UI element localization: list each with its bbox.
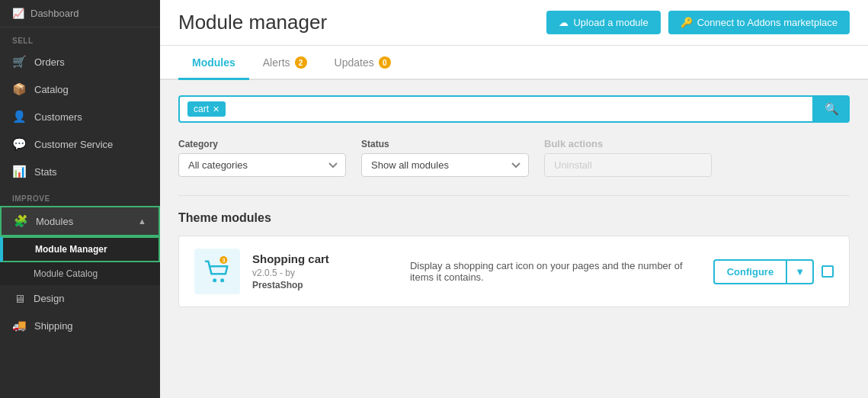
sidebar-item-customer-service[interactable]: 💬 Customer Service: [0, 130, 160, 158]
bulk-actions-select[interactable]: Uninstall: [544, 153, 712, 177]
header-buttons: ☁ Upload a module 🔑 Connect to Addons ma…: [546, 11, 850, 34]
key-icon: 🔑: [681, 17, 693, 28]
stats-label: Stats: [34, 166, 57, 178]
sidebar-item-design[interactable]: 🖥 Design: [0, 285, 160, 312]
sidebar-section-sell: SELL 🛒 Orders 📦 Catalog 👤 Customers 💬 Cu…: [0, 27, 160, 185]
configure-dropdown-button[interactable]: ▼: [787, 259, 814, 284]
sidebar-item-customers[interactable]: 👤 Customers: [0, 103, 160, 130]
search-input[interactable]: [232, 104, 805, 115]
connect-addons-button[interactable]: 🔑 Connect to Addons marketplace: [668, 11, 850, 34]
search-icon: 🔍: [825, 102, 839, 115]
version-text: v2.0.5 - by: [252, 268, 295, 278]
modules-label: Modules: [36, 216, 73, 227]
modules-submenu: Module Manager Module Catalog: [0, 236, 160, 285]
module-icon-wrapper: 3: [194, 249, 240, 294]
svg-point-3: [220, 278, 224, 282]
alerts-badge: 2: [295, 56, 307, 69]
svg-text:3: 3: [223, 258, 226, 263]
main-content: Module manager ☁ Upload a module 🔑 Conne…: [160, 0, 868, 398]
shipping-label: Shipping: [34, 320, 73, 332]
upload-label: Upload a module: [573, 17, 648, 28]
improve-section-label: IMPROVE: [0, 185, 160, 206]
tabs-bar: Modules Alerts 2 Updates 0: [160, 46, 868, 80]
filters-row: Category All categories Status Show all …: [178, 138, 850, 177]
catalog-icon: 📦: [12, 82, 27, 96]
module-actions: Configure ▼: [713, 259, 834, 284]
status-select[interactable]: Show all modules: [361, 153, 529, 177]
tag-close-button[interactable]: ✕: [213, 104, 219, 114]
chevron-up-icon: ▲: [138, 217, 146, 226]
updates-badge: 0: [379, 56, 391, 69]
svg-point-2: [213, 278, 216, 282]
module-description: Display a shopping cart icon on your pag…: [410, 260, 701, 283]
module-checkbox[interactable]: [822, 265, 834, 278]
customer-service-label: Customer Service: [34, 139, 113, 150]
module-card-shopping-cart: 3 Shopping cart v2.0.5 - by PrestaShop D…: [178, 236, 850, 307]
category-label: Category: [178, 139, 346, 149]
upload-icon: ☁: [559, 17, 569, 28]
tab-updates[interactable]: Updates 0: [321, 46, 405, 80]
theme-modules-section: Theme modules 3 Shopping cart v2.0.5 -: [178, 211, 850, 307]
orders-icon: 🛒: [12, 55, 27, 69]
dashboard-label: Dashboard: [30, 8, 79, 19]
search-tag-cart: cart ✕: [187, 101, 226, 117]
sidebar-section-improve: IMPROVE 🧩 Modules ▲ Module Manager Modul…: [0, 185, 160, 339]
orders-label: Orders: [34, 56, 65, 68]
subitem-module-manager[interactable]: Module Manager: [0, 236, 160, 262]
module-by: PrestaShop: [252, 280, 398, 290]
catalog-label: Catalog: [34, 84, 69, 95]
sidebar-item-catalog[interactable]: 📦 Catalog: [0, 75, 160, 103]
sidebar-dashboard[interactable]: 📈 Dashboard: [0, 0, 160, 27]
customers-icon: 👤: [12, 110, 27, 124]
sidebar-item-shipping[interactable]: 🚚 Shipping: [0, 312, 160, 339]
page-title: Module manager: [178, 11, 327, 34]
sidebar-item-stats[interactable]: 📊 Stats: [0, 158, 160, 185]
sell-section-label: SELL: [0, 27, 160, 48]
shopping-cart-icon: 3: [202, 256, 232, 287]
module-catalog-label: Module Catalog: [34, 268, 98, 279]
module-manager-label: Module Manager: [35, 244, 107, 255]
stats-icon: 📊: [12, 165, 27, 178]
status-filter-group: Status Show all modules: [361, 139, 529, 177]
shipping-icon: 🚚: [12, 319, 27, 332]
sidebar: 📈 Dashboard SELL 🛒 Orders 📦 Catalog 👤 Cu…: [0, 0, 160, 398]
modules-icon: 🧩: [14, 214, 28, 228]
tab-modules-label: Modules: [192, 56, 235, 69]
subitem-module-catalog[interactable]: Module Catalog: [0, 262, 160, 285]
bulk-actions-label: Bulk actions: [544, 138, 712, 149]
customers-label: Customers: [34, 111, 82, 123]
search-button[interactable]: 🔍: [814, 95, 850, 123]
category-select[interactable]: All categories: [178, 153, 346, 177]
search-row: cart ✕ 🔍: [178, 95, 850, 123]
tab-alerts[interactable]: Alerts 2: [249, 46, 321, 80]
section-divider: [178, 195, 850, 196]
category-filter-group: Category All categories: [178, 139, 346, 177]
dashboard-icon: 📈: [12, 8, 24, 19]
tab-updates-label: Updates: [335, 56, 374, 69]
status-label: Status: [361, 139, 529, 149]
tag-cart-label: cart: [194, 104, 209, 114]
module-name: Shopping cart: [252, 252, 398, 265]
bulk-actions-group: Bulk actions Uninstall: [544, 138, 712, 177]
search-container: cart ✕: [178, 95, 814, 123]
content-area: cart ✕ 🔍 Category All categories Status …: [160, 80, 868, 398]
theme-modules-title: Theme modules: [178, 211, 850, 225]
customer-service-icon: 💬: [12, 137, 27, 151]
sidebar-item-orders[interactable]: 🛒 Orders: [0, 48, 160, 75]
page-header: Module manager ☁ Upload a module 🔑 Conne…: [160, 0, 868, 46]
upload-module-button[interactable]: ☁ Upload a module: [546, 11, 660, 34]
design-icon: 🖥: [12, 292, 26, 305]
connect-label: Connect to Addons marketplace: [697, 17, 838, 28]
design-label: Design: [34, 293, 64, 304]
module-info: Shopping cart v2.0.5 - by PrestaShop: [252, 252, 398, 290]
tab-modules[interactable]: Modules: [178, 46, 249, 80]
sidebar-item-modules[interactable]: 🧩 Modules ▲: [0, 206, 160, 236]
configure-button[interactable]: Configure: [713, 259, 787, 284]
tab-alerts-label: Alerts: [263, 56, 290, 69]
module-version: v2.0.5 - by: [252, 268, 398, 278]
chevron-down-icon: ▼: [795, 266, 805, 278]
